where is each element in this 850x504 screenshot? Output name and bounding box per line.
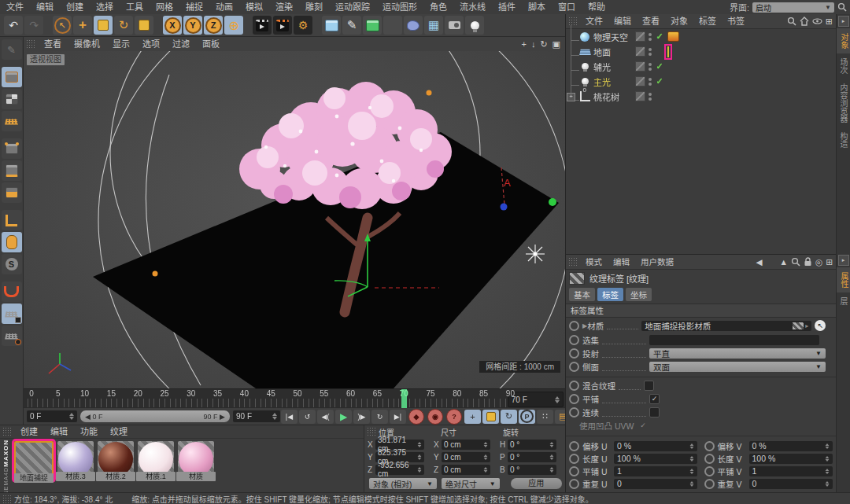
menu-character[interactable]: 角色	[423, 1, 453, 14]
visibility-dots[interactable]	[649, 78, 652, 86]
play-backwards-button[interactable]: ↺	[299, 410, 316, 424]
am-menu-edit[interactable]: 编辑	[608, 256, 635, 269]
previous-key-button[interactable]: ◀(	[317, 410, 334, 424]
bump-uvw-checkbox[interactable]: ✓	[638, 421, 647, 430]
undock-icon[interactable]: ▸	[838, 255, 849, 266]
vp-menu-filter[interactable]: 过滤	[166, 38, 196, 51]
projection-dropdown[interactable]: 平直▼	[649, 348, 826, 359]
viewport-solo-button[interactable]	[2, 232, 22, 252]
material-thumbnail-2[interactable]: 材质.2	[98, 441, 134, 477]
material-thumbnail-1[interactable]: 材质.1	[138, 441, 174, 477]
tab-coordinates[interactable]: 坐标	[626, 288, 652, 301]
render-view-button[interactable]	[253, 16, 272, 35]
live-selection-tool[interactable]: ↖	[53, 16, 72, 35]
menu-select[interactable]: 选择	[90, 1, 120, 14]
length-u-field[interactable]: 100 %	[614, 454, 697, 464]
axis-mode-button[interactable]	[2, 210, 22, 230]
layer-swatch[interactable]	[635, 46, 645, 57]
visibility-dots[interactable]	[649, 48, 652, 56]
keyframe-circle[interactable]	[569, 335, 579, 345]
polygons-mode-button[interactable]	[2, 182, 22, 203]
om-menu-objects[interactable]: 对象	[665, 15, 693, 28]
object-row-floor[interactable]: 地面 ✓	[566, 44, 836, 59]
apply-button[interactable]: 应用	[511, 478, 562, 489]
menu-sculpt[interactable]: 雕刻	[299, 1, 329, 14]
spinner-icon[interactable]	[69, 413, 74, 420]
visibility-dots[interactable]	[649, 63, 652, 71]
texture-mode-button[interactable]	[2, 89, 22, 109]
tile-checkbox[interactable]: ✓	[649, 394, 660, 404]
panel-grip[interactable]	[2, 495, 12, 504]
planar-workplane-button[interactable]	[2, 326, 22, 346]
search-icon[interactable]	[837, 2, 847, 12]
pan-view-icon[interactable]: +	[521, 39, 526, 50]
layer-swatch[interactable]	[635, 31, 645, 42]
snap-button[interactable]	[2, 281, 22, 302]
om-menu-bookmarks[interactable]: 书签	[722, 15, 750, 28]
play-button[interactable]: ▶	[335, 410, 352, 424]
search-icon[interactable]	[791, 257, 800, 267]
spinner-icon[interactable]	[555, 396, 560, 403]
mat-menu-texture[interactable]: 纹理	[104, 425, 134, 439]
mat-menu-edit[interactable]: 编辑	[44, 425, 74, 439]
search-icon[interactable]	[787, 17, 796, 26]
layer-swatch[interactable]	[635, 91, 645, 101]
deformers-button[interactable]	[404, 16, 423, 35]
last-tool[interactable]	[135, 16, 153, 35]
vp-menu-display[interactable]: 显示	[106, 38, 136, 51]
expand-icon[interactable]: +	[567, 93, 575, 101]
vp-menu-panel[interactable]: 面板	[196, 38, 226, 51]
panel-grip[interactable]	[568, 257, 578, 267]
key-scale-toggle[interactable]	[482, 410, 499, 424]
rotation-p-field[interactable]: 0 °	[508, 452, 556, 462]
side-tab-content-browser[interactable]: 内容浏览器	[837, 79, 849, 127]
menu-snap[interactable]: 捕捉	[179, 1, 209, 14]
go-to-start-button[interactable]: |◀	[281, 410, 298, 424]
mix-textures-checkbox[interactable]	[644, 381, 654, 391]
mat-menu-create[interactable]: 创建	[14, 425, 44, 439]
key-pla-toggle[interactable]: ∷	[537, 410, 553, 424]
edges-mode-button[interactable]	[2, 160, 22, 181]
orbit-view-icon[interactable]: ↻	[540, 39, 547, 50]
eye-icon[interactable]	[812, 17, 822, 25]
light-button[interactable]	[465, 16, 484, 35]
side-tab-attributes[interactable]: 属性	[837, 267, 850, 292]
tab-tag[interactable]: 标签	[597, 288, 623, 301]
repeat-v-field[interactable]: 0	[749, 479, 833, 489]
points-mode-button[interactable]	[2, 138, 22, 159]
selection-field[interactable]	[649, 335, 819, 345]
menu-file[interactable]: 文件	[0, 1, 30, 14]
menu-pipeline[interactable]: 流水线	[453, 1, 492, 14]
frame-range-slider[interactable]: ◀ 0 F 90 F ▶	[80, 410, 230, 422]
om-menu-edit[interactable]: 编辑	[608, 15, 637, 28]
coordinate-system-button[interactable]: ⊕	[224, 16, 243, 35]
panel-grip[interactable]	[26, 39, 35, 49]
picker-icon[interactable]: ↖	[815, 320, 826, 331]
size-x-field[interactable]: 0 cm	[442, 440, 490, 450]
am-menu-userdata[interactable]: 用户数据	[635, 256, 679, 269]
object-row-physical-sky[interactable]: 物理天空 ✓	[566, 29, 836, 44]
layer-swatch[interactable]	[635, 61, 645, 72]
lock-y-axis-button[interactable]: Y	[183, 16, 202, 35]
panel-grip[interactable]	[2, 427, 12, 436]
key-rotation-toggle[interactable]: ↻	[501, 410, 517, 424]
keyframe-circle[interactable]	[569, 407, 579, 418]
workplane-mode-button[interactable]	[2, 111, 22, 131]
material-thumbnail-floor-capture[interactable]: 地面捕捉	[14, 441, 54, 480]
keyframe-circle[interactable]	[569, 348, 579, 359]
timeline-ruler[interactable]: 051015202530354045505560657075808590	[24, 389, 506, 408]
side-tab-layers[interactable]: 层	[837, 292, 849, 310]
visibility-dots[interactable]	[649, 33, 652, 41]
object-row-main-light[interactable]: 主光 ✓	[566, 74, 836, 89]
om-menu-file[interactable]: 文件	[580, 15, 608, 28]
lock-z-axis-button[interactable]: Z	[204, 16, 223, 35]
enabled-check-icon[interactable]: ✓	[655, 76, 664, 86]
spinner-icon[interactable]	[272, 413, 277, 420]
undock-icon[interactable]: ▸	[838, 16, 849, 27]
texture-tag-icon[interactable]	[667, 46, 669, 57]
keyframe-help-button[interactable]: ?	[446, 409, 462, 425]
undo-view-button[interactable]: ✎	[2, 39, 22, 60]
menu-window[interactable]: 窗口	[552, 1, 582, 14]
move-tool[interactable]: +	[73, 16, 92, 35]
go-to-end-button[interactable]: ▶|	[390, 410, 406, 424]
